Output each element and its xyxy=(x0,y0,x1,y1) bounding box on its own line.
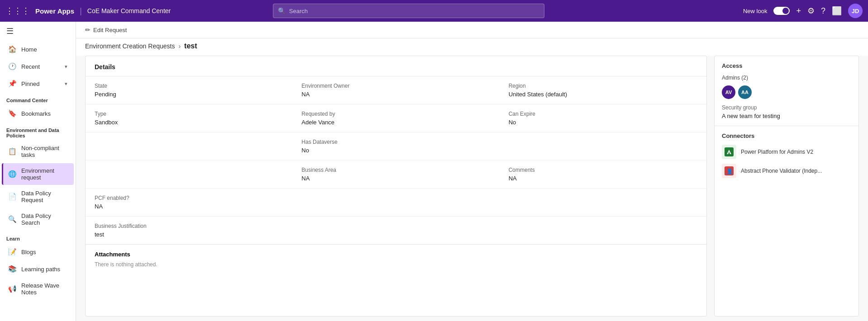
settings-icon[interactable]: ⚙ xyxy=(807,6,815,16)
security-group-label: Security group xyxy=(722,104,851,111)
pinned-chevron: ▾ xyxy=(65,81,67,87)
sidebar-item-recent[interactable]: 🕐 Recent ▾ xyxy=(2,58,74,75)
new-look-toggle[interactable] xyxy=(773,7,790,15)
content-area: ✏ Edit Request Environment Creation Requ… xyxy=(76,22,868,321)
sidebar-item-data-policy[interactable]: 📄 Data Policy Request xyxy=(2,186,74,208)
details-layout: Details State Pending Environment Owner … xyxy=(76,56,868,321)
detail-spacer xyxy=(86,132,292,160)
search-icon: 🔍 xyxy=(278,7,286,14)
edit-request-button[interactable]: ✏ Edit Request xyxy=(85,26,127,33)
detail-spacer2 xyxy=(500,132,706,160)
connector-item-1: 👤 Abstract Phone Validator (Indep... xyxy=(722,164,851,178)
connector-item-0: Power Platform for Admins V2 xyxy=(722,145,851,159)
details-main-panel: Details State Pending Environment Owner … xyxy=(85,56,707,316)
sidebar-learning-paths-label: Learning paths xyxy=(21,266,60,273)
data-policy-icon: 📄 xyxy=(8,193,17,201)
sidebar-collapse-button[interactable]: ☰ xyxy=(0,22,76,41)
access-title: Access xyxy=(722,62,851,69)
svg-rect-0 xyxy=(725,147,734,156)
sidebar-item-non-compliant[interactable]: 📋 Non-compliant tasks xyxy=(2,141,74,162)
sidebar-item-pinned[interactable]: 📌 Pinned ▾ xyxy=(2,76,74,92)
sidebar-item-release-wave[interactable]: 📢 Release Wave Notes xyxy=(2,278,74,300)
home-icon: 🏠 xyxy=(8,45,17,53)
connectors-title: Connectors xyxy=(722,132,851,139)
comments-label: Comments xyxy=(509,167,697,173)
share-icon[interactable]: ⬜ xyxy=(832,6,842,16)
top-nav-right: New look + ⚙ ? ⬜ JD xyxy=(743,4,863,18)
details-grid-row2: Type Sandbox Requested by Adele Vance Ca… xyxy=(86,104,706,132)
phone-validator-icon: 👤 xyxy=(725,166,734,175)
detail-can-expire: Can Expire No xyxy=(500,104,706,132)
connectors-section: Connectors Power Platform for Admins V2 xyxy=(715,126,858,189)
edit-icon: ✏ xyxy=(85,26,91,33)
avatar[interactable]: JD xyxy=(848,4,863,18)
connector-icon-1: 👤 xyxy=(722,164,736,178)
power-platform-icon xyxy=(725,147,734,156)
sidebar-item-learning-paths[interactable]: 📚 Learning paths xyxy=(2,261,74,277)
env-owner-value: NA xyxy=(301,91,490,98)
env-section-title: Environment and Data Policies xyxy=(0,122,76,140)
help-icon[interactable]: ? xyxy=(821,6,825,16)
app-title[interactable]: Power Apps xyxy=(35,7,74,15)
top-nav-left: ⋮⋮⋮ Power Apps | CoE Maker Command Cente… xyxy=(5,6,171,16)
admin-avatar-aa[interactable]: AA xyxy=(738,85,752,99)
details-sidebar-panel: Access Admins (2) AV AA Security group A… xyxy=(714,56,859,316)
plus-icon[interactable]: + xyxy=(796,6,801,16)
detail-state: State Pending xyxy=(86,76,292,104)
sidebar-item-blogs[interactable]: 📝 Blogs xyxy=(2,244,74,260)
learning-paths-icon: 📚 xyxy=(8,265,17,273)
main-layout: ☰ 🏠 Home 🕐 Recent ▾ 📌 Pinned ▾ Command C… xyxy=(0,22,868,321)
app-subtitle: CoE Maker Command Center xyxy=(87,7,171,14)
detail-has-dataverse: Has Dataverse No xyxy=(292,132,499,160)
sidebar-item-bookmarks[interactable]: 🔖 Bookmarks xyxy=(2,105,74,122)
security-group-value: A new team for testing xyxy=(722,113,851,119)
type-value: Sandbox xyxy=(95,119,283,126)
non-compliant-icon: 📋 xyxy=(8,147,17,156)
sidebar-blogs-label: Blogs xyxy=(21,249,36,255)
env-owner-label: Environment Owner xyxy=(301,83,490,89)
requested-by-value: Adele Vance xyxy=(301,119,490,126)
type-label: Type xyxy=(95,111,283,117)
has-dataverse-value: No xyxy=(301,147,490,154)
detail-business-justification: Business Justification test xyxy=(86,216,706,244)
business-justification-value: test xyxy=(95,231,697,238)
attachments-title: Attachments xyxy=(95,251,697,258)
detail-pcf: PCF enabled? NA xyxy=(86,188,706,216)
can-expire-value: No xyxy=(509,119,697,126)
command-center-section-title: Command Center xyxy=(0,92,76,105)
release-wave-icon: 📢 xyxy=(8,285,17,293)
waffle-icon[interactable]: ⋮⋮⋮ xyxy=(5,6,30,16)
business-area-label: Business Area xyxy=(301,167,490,173)
detail-spacer3 xyxy=(86,160,292,188)
breadcrumb-parent[interactable]: Environment Creation Requests xyxy=(85,42,175,50)
data-policy-search-icon: 🔍 xyxy=(8,215,17,223)
recent-chevron: ▾ xyxy=(65,64,67,70)
sidebar-home-label: Home xyxy=(21,46,37,53)
requested-by-label: Requested by xyxy=(301,111,490,117)
attachments-empty-text: There is nothing attached. xyxy=(95,261,697,268)
details-grid-row3: Has Dataverse No xyxy=(86,132,706,160)
top-navigation: ⋮⋮⋮ Power Apps | CoE Maker Command Cente… xyxy=(0,0,868,22)
breadcrumb-separator: › xyxy=(178,42,181,50)
state-label: State xyxy=(95,83,283,89)
sidebar: ☰ 🏠 Home 🕐 Recent ▾ 📌 Pinned ▾ Command C… xyxy=(0,22,76,321)
region-label: Region xyxy=(509,83,697,89)
admins-row: Admins (2) xyxy=(722,75,851,81)
search-input[interactable] xyxy=(289,8,539,14)
svg-text:👤: 👤 xyxy=(726,168,733,175)
search-bar[interactable]: 🔍 xyxy=(273,4,544,18)
sidebar-item-data-policy-search[interactable]: 🔍 Data Policy Search xyxy=(2,208,74,230)
sidebar-data-policy-search-label: Data Policy Search xyxy=(21,212,67,226)
sidebar-item-env-request[interactable]: 🌐 Environment request xyxy=(2,163,74,185)
edit-request-label: Edit Request xyxy=(93,27,127,33)
admins-label: Admins (2) xyxy=(722,75,748,81)
business-justification-label: Business Justification xyxy=(95,223,697,229)
detail-env-owner: Environment Owner NA xyxy=(292,76,499,104)
sidebar-non-compliant-label: Non-compliant tasks xyxy=(21,145,67,158)
admin-avatar-av[interactable]: AV xyxy=(722,85,735,99)
sidebar-item-home[interactable]: 🏠 Home xyxy=(2,41,74,57)
connector-icon-0 xyxy=(722,145,736,159)
sidebar-recent-label: Recent xyxy=(21,63,40,70)
detail-business-area: Business Area NA xyxy=(292,160,499,188)
nav-divider: | xyxy=(80,6,82,16)
